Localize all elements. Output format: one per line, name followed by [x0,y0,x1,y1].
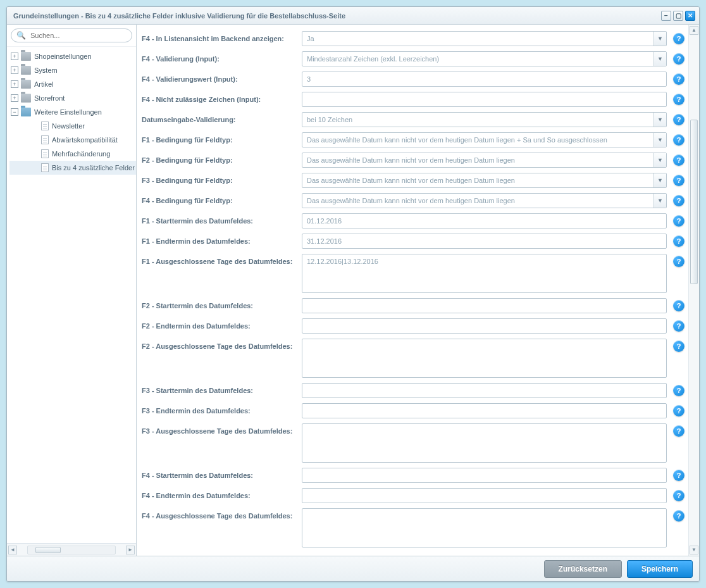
help-icon[interactable]: ? [673,320,684,332]
field-wrapper [302,298,667,313]
f3-start-input[interactable] [302,383,667,398]
field-label: F4 - Validierungswert (Input): [142,72,302,83]
scroll-up-icon[interactable]: ▲ [690,26,698,35]
titlebar: Grundeinstellungen - Bis zu 4 zusätzlich… [7,7,699,25]
save-button[interactable]: Speichern [627,560,693,578]
folder-icon [21,94,31,103]
help-icon[interactable]: ? [673,425,684,437]
f1-end-input[interactable] [302,234,667,249]
scroll-track[interactable] [27,546,116,554]
tree-item-bis-zu-4-zus-tzliche-felder-inkl[interactable]: Bis zu 4 zusätzliche Felder inkl [9,161,136,175]
help-icon[interactable]: ? [673,470,684,481]
help-icon[interactable]: ? [673,73,684,85]
help-icon[interactable]: ? [673,94,684,105]
help-icon[interactable]: ? [673,510,684,522]
f4-disallowed-input[interactable] [302,92,667,107]
sidebar-horizontal-scrollbar[interactable]: ◄ ► [7,543,136,556]
f4-cond-select[interactable]: Das ausgewählte Datum kann nicht vor dem… [302,193,667,208]
scroll-right-icon[interactable]: ► [126,546,135,554]
chevron-down-icon[interactable]: ▼ [653,194,666,208]
chevron-down-icon[interactable]: ▼ [653,133,666,147]
scroll-left-icon[interactable]: ◄ [8,546,17,554]
scroll-down-icon[interactable]: ▼ [690,546,698,554]
main-panel: F4 - In Listenansicht im Backend anzeige… [137,25,699,556]
select-value: Das ausgewählte Datum kann nicht vor dem… [307,177,653,184]
tree-item-mehrfach-nderung[interactable]: Mehrfachänderung [9,147,136,161]
close-button[interactable]: ✕ [685,11,695,21]
f4-validation-val-input[interactable] [302,72,667,87]
help-icon[interactable]: ? [673,256,684,267]
help-icon[interactable]: ? [673,154,684,166]
tree-item-shopeinstellungen[interactable]: +Shopeinstellungen [9,49,136,63]
chevron-down-icon[interactable]: ▼ [653,113,666,127]
help-icon[interactable]: ? [673,300,684,311]
f2-cond-select[interactable]: Das ausgewählte Datum kann nicht vor dem… [302,153,667,168]
f2-excl-textarea[interactable] [302,339,667,378]
field-wrapper [302,72,667,87]
field-label: F2 - Ausgeschlossene Tage des Datumfelde… [142,339,302,350]
f2-start-input[interactable] [302,298,667,313]
help-icon[interactable]: ? [673,33,684,44]
tree-item-abw-rtskompatibilit-t[interactable]: Abwärtskompatibilität [9,133,136,147]
f1-excl-textarea[interactable] [302,254,667,293]
f1-cond-select[interactable]: Das ausgewählte Datum kann nicht vor dem… [302,132,667,147]
reset-button[interactable]: Zurücksetzen [544,560,622,578]
help-icon[interactable]: ? [673,405,684,416]
select-value: Mindestanzahl Zeichen (exkl. Leerzeichen… [307,55,653,63]
tree-item-system[interactable]: +System [9,63,136,77]
tree-item-newsletter[interactable]: Newsletter [9,119,136,133]
f4-end-input[interactable] [302,488,667,503]
help-icon[interactable]: ? [673,235,684,247]
date-input-valid-select[interactable]: bei 10 Zeichen▼ [302,112,667,127]
f2-end-input[interactable] [302,318,667,334]
f3-cond-select[interactable]: Das ausgewählte Datum kann nicht vor dem… [302,173,667,188]
field-wrapper [302,508,667,547]
chevron-down-icon[interactable]: ▼ [653,153,666,167]
tree-expand-icon[interactable]: + [11,94,18,102]
help-icon[interactable]: ? [673,490,684,501]
help-icon[interactable]: ? [673,114,684,125]
field-wrapper [302,383,667,398]
help-icon[interactable]: ? [673,53,684,65]
folder-icon [21,80,31,89]
help-icon[interactable]: ? [673,215,684,227]
form-row-f4-validation-val: F4 - Validierungswert (Input):? [140,69,688,89]
chevron-down-icon[interactable]: ▼ [653,32,666,46]
tree-item-storefront[interactable]: +Storefront [9,91,136,105]
tree-item-artikel[interactable]: +Artikel [9,77,136,91]
document-icon [41,163,49,172]
chevron-down-icon[interactable]: ▼ [653,52,666,66]
help-icon[interactable]: ? [673,385,684,396]
f4-start-input[interactable] [302,468,667,483]
search-icon: 🔍 [16,31,26,40]
help-icon[interactable]: ? [673,134,684,146]
folder-icon [21,66,31,75]
f3-excl-textarea[interactable] [302,423,667,463]
f3-end-input[interactable] [302,403,667,418]
help-icon[interactable]: ? [673,195,684,206]
settings-window: Grundeinstellungen - Bis zu 4 zusätzlich… [6,6,700,582]
help-icon[interactable]: ? [673,175,684,186]
minimize-button[interactable]: − [661,11,671,21]
f4-validation-select[interactable]: Mindestanzahl Zeichen (exkl. Leerzeichen… [302,51,667,66]
search-input[interactable] [29,31,127,40]
tree-item-weitere-einstellungen[interactable]: −Weitere Einstellungen [9,105,136,119]
help-icon[interactable]: ? [673,341,684,352]
main-vertical-scrollbar[interactable]: ▲ ▼ [688,25,699,556]
tree-expand-icon[interactable]: + [11,66,18,74]
f4-excl-textarea[interactable] [302,508,667,547]
form-row-f2-excl: F2 - Ausgeschlossene Tage des Datumfelde… [140,336,688,380]
scroll-thumb[interactable] [35,547,61,553]
window-title: Grundeinstellungen - Bis zu 4 zusätzlich… [13,12,345,20]
f1-start-input[interactable] [302,213,667,228]
form-area: F4 - In Listenansicht im Backend anzeige… [137,25,688,556]
tree-expand-icon[interactable]: + [11,80,18,88]
scroll-thumb[interactable] [690,120,698,284]
f4-list-backend-select[interactable]: Ja▼ [302,31,667,46]
tree-expand-icon[interactable]: + [11,53,18,60]
maximize-button[interactable]: ▢ [673,11,683,21]
tree-collapse-icon[interactable]: − [11,108,18,116]
select-value: Das ausgewählte Datum kann nicht vor dem… [307,197,653,204]
chevron-down-icon[interactable]: ▼ [653,173,666,187]
form-row-f2-start: F2 - Starttermin des Datumfeldes:? [140,296,688,316]
